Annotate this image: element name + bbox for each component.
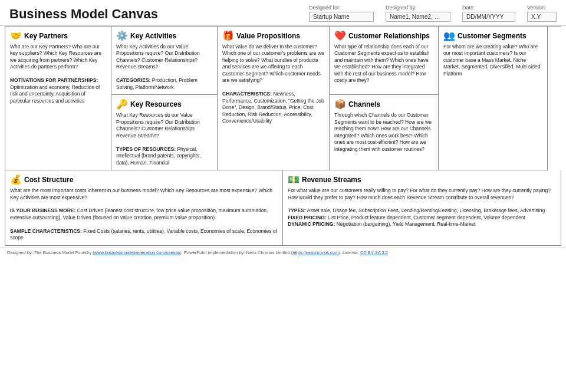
channels-title: 📦 Channels — [334, 98, 433, 110]
cost-structure-icon: 💰 — [10, 174, 22, 185]
date-field: Date: — [462, 5, 515, 22]
value-propositions-icon: 🎁 — [222, 30, 234, 41]
key-activities-icon: ⚙️ — [116, 30, 128, 41]
footer-link-1[interactable]: www.businessmodelgeneration.com/canvas — [94, 250, 180, 255]
date-label: Date: — [462, 5, 515, 11]
cost-structure-body: What are the most important costs inhere… — [10, 187, 278, 242]
customer-relationships-icon: ❤️ — [334, 30, 346, 41]
key-activities-title: ⚙️ Key Activities — [116, 30, 212, 41]
version-label: Version: — [527, 5, 557, 11]
value-propositions-title: 🎁 Value Propositions — [222, 30, 324, 41]
cost-structure-cell: 💰 Cost Structure What are the most impor… — [5, 170, 283, 245]
footer-license-link[interactable]: CC BY-SA 3.0 — [360, 250, 388, 255]
key-resources-cell: 🔑 Key Resources What Key Resources do ou… — [111, 95, 218, 170]
footer-link-2[interactable]: https://neochronos.com — [292, 250, 338, 255]
channels-cell: 📦 Channels Through which Channels do our… — [330, 95, 439, 170]
designed-for-input[interactable] — [309, 12, 374, 22]
customer-segments-cell: 👥 Customer Segments For whom are we crea… — [439, 27, 548, 170]
key-activities-cell: ⚙️ Key Activities What Key Activities do… — [111, 27, 218, 95]
canvas-grid: 🤝 Key Partners Who are our Key Partners?… — [5, 26, 561, 170]
channels-body: Through which Channels do our Customer S… — [334, 112, 433, 153]
value-propositions-body: What value do we deliver to the customer… — [222, 44, 324, 125]
key-partners-title: 🤝 Key Partners — [10, 30, 106, 41]
key-activities-body: What Key Activities do our Value Proposi… — [116, 44, 212, 91]
revenue-streams-body: For what value are our customers really … — [288, 187, 556, 228]
page: Business Model Canvas Designed for: Desi… — [0, 0, 566, 392]
revenue-streams-title: 💵 Revenue Streams — [288, 174, 556, 185]
key-partners-icon: 🤝 — [10, 30, 22, 41]
key-partners-body: Who are our Key Partners? Who are our ke… — [10, 44, 106, 104]
customer-segments-body: For whom are we creating value? Who are … — [443, 44, 542, 77]
value-propositions-cell: 🎁 Value Propositions What value do we de… — [218, 27, 330, 170]
header-fields: Designed for: Designed by: Date: Version… — [309, 5, 557, 22]
version-field: Version: — [527, 5, 557, 22]
designed-by-field: Designed by: — [386, 5, 450, 22]
designed-by-label: Designed by: — [386, 5, 450, 11]
header: Business Model Canvas Designed for: Desi… — [0, 0, 566, 26]
key-resources-body: What Key Resources do our Value Proposit… — [116, 112, 212, 166]
cost-structure-title: 💰 Cost Structure — [10, 174, 278, 185]
customer-relationships-body: What type of relationship does each of o… — [334, 44, 433, 84]
page-title: Business Model Canvas — [9, 6, 309, 22]
revenue-streams-cell: 💵 Revenue Streams For what value are our… — [283, 170, 561, 245]
customer-relationships-title: ❤️ Customer Relationships — [334, 30, 433, 41]
designed-by-input[interactable] — [386, 12, 450, 22]
key-partners-cell: 🤝 Key Partners Who are our Key Partners?… — [5, 27, 111, 170]
key-resources-title: 🔑 Key Resources — [116, 98, 212, 110]
footer: Designed by: The Business Model Foundry … — [0, 247, 566, 258]
customer-relationships-cell: ❤️ Customer Relationships What type of r… — [330, 27, 439, 95]
designed-for-label: Designed for: — [309, 5, 374, 11]
bottom-grid: 💰 Cost Structure What are the most impor… — [5, 170, 561, 246]
date-input[interactable] — [462, 12, 515, 22]
customer-segments-icon: 👥 — [443, 30, 455, 41]
key-resources-icon: 🔑 — [116, 98, 128, 110]
footer-text: Designed by: The Business Model Foundry … — [7, 250, 388, 255]
channels-icon: 📦 — [334, 98, 346, 110]
customer-segments-title: 👥 Customer Segments — [443, 30, 542, 41]
designed-for-field: Designed for: — [309, 5, 374, 22]
version-input[interactable] — [527, 12, 557, 22]
revenue-streams-icon: 💵 — [288, 174, 300, 185]
